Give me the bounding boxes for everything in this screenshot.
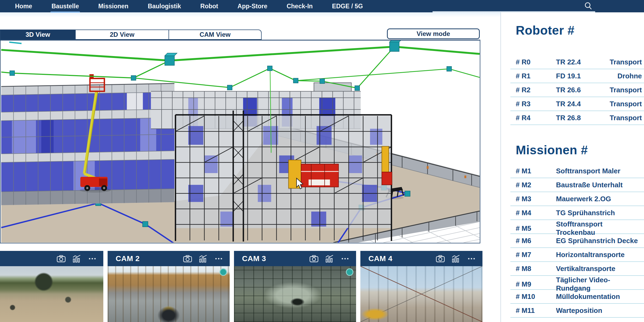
mission-id: # M8 (516, 265, 556, 273)
robot-model: TR 26.6 (556, 86, 610, 94)
view-tab-label: CAM View (200, 31, 231, 38)
nav-item-label: Baulogistik (148, 3, 181, 10)
robot-id: # R4 (516, 114, 556, 122)
missions-list: # M1 Softtransport Maler # M2 Baustraße … (510, 164, 644, 318)
robot-row[interactable]: # R0 TR 22.4 Transport (510, 55, 644, 69)
robot-model: TR 22.4 (556, 58, 610, 66)
nav-item[interactable]: Check-In (287, 3, 313, 10)
more-options-icon[interactable] (88, 255, 97, 263)
robot-row[interactable]: # R4 TR 26.8 Transport (510, 111, 644, 125)
camera-panel: CAM 1 (0, 251, 103, 322)
mission-id: # M6 (516, 237, 556, 245)
nav-item-label: Home (15, 3, 32, 10)
camera-header: CAM 1 (0, 251, 103, 266)
camera-strip: CAM 1 (0, 251, 500, 322)
mission-name: Vertikaltransporte (556, 265, 642, 273)
mission-row[interactable]: # M1 Softtransport Maler (510, 164, 644, 178)
robot-id: # R3 (516, 100, 556, 108)
nav-item[interactable]: Missionen (98, 3, 128, 10)
camera-header: CAM 4 (360, 251, 482, 266)
robot-id: # R1 (516, 72, 556, 80)
nav-item-label: Robot (200, 3, 218, 10)
robot-row[interactable]: # R1 FD 19.1 Drohne (510, 69, 644, 83)
mission-id: # M2 (516, 181, 556, 189)
robot-type: Transport (610, 114, 642, 122)
snapshot-camera-icon[interactable] (183, 255, 192, 263)
nav-item-label: EDGE / 5G (332, 3, 363, 10)
camera-actions (309, 255, 350, 263)
robot-type: Transport (610, 100, 642, 108)
nav-item-label: Check-In (287, 3, 313, 10)
nav-item[interactable]: App-Store (237, 3, 267, 10)
mission-id: # M7 (516, 251, 556, 259)
nav-item-label: Baustelle (52, 3, 79, 10)
mission-row[interactable]: # M2 Baustraße Unterhalt (510, 178, 644, 192)
camera-label: CAM 4 (368, 254, 393, 263)
3d-scene[interactable] (1, 41, 480, 243)
nav-item-label: Missionen (98, 3, 128, 10)
view-tabbar: 3D View 2D View CAM View View mode (0, 30, 480, 41)
more-options-icon[interactable] (341, 255, 350, 263)
mission-name: Baustraße Unterhalt (556, 181, 642, 189)
mission-row[interactable]: # M3 Mauerwerk 2.OG (510, 192, 644, 206)
mission-row[interactable]: # M9 Täglicher Video-Rundgang (510, 276, 644, 290)
mission-row[interactable]: # M4 TG Sprühanstrich (510, 206, 644, 220)
view-tab[interactable]: 3D View (0, 30, 76, 40)
mission-name: TG Sprühanstrich (556, 209, 642, 217)
nav-item[interactable]: EDGE / 5G (332, 3, 363, 10)
stats-chart-icon[interactable] (451, 255, 460, 263)
robot-model: FD 19.1 (556, 72, 617, 80)
mission-row[interactable]: # M5 Stofftransport Trockenbau (510, 220, 644, 234)
mission-row[interactable]: # M8 Vertikaltransporte (510, 262, 644, 276)
mission-name: Horizontaltransporte (556, 251, 642, 259)
nav-menu: Home Baustelle Missionen Baulogistik Rob… (15, 0, 363, 12)
robots-title: Roboter # (516, 23, 644, 38)
camera-feed[interactable] (234, 266, 356, 322)
mission-name: EG Sprühanstrich Decke (556, 237, 642, 245)
robots-table: # R0 TR 22.4 Transport # R1 FD 19.1 Droh… (510, 55, 644, 125)
view-tab[interactable]: 2D View (75, 30, 169, 40)
robot-model: TR 24.4 (556, 100, 610, 108)
3d-viewport[interactable] (0, 41, 480, 243)
more-options-icon[interactable] (467, 255, 476, 263)
camera-panel: CAM 2 (108, 251, 230, 322)
camera-feed[interactable] (108, 266, 230, 322)
camera-panel: CAM 4 (360, 251, 482, 322)
stats-chart-icon[interactable] (325, 255, 334, 263)
stats-chart-icon[interactable] (72, 255, 81, 263)
snapshot-camera-icon[interactable] (436, 255, 445, 263)
mission-name: Warteposition (556, 306, 642, 315)
camera-label: CAM 2 (116, 254, 140, 263)
mission-row[interactable]: # M7 Horizontaltransporte (510, 248, 644, 262)
mission-name: Softtransport Maler (556, 167, 642, 175)
view-tab[interactable]: CAM View (169, 30, 262, 40)
mission-name: Mauerwerk 2.OG (556, 195, 642, 203)
snapshot-camera-icon[interactable] (57, 255, 66, 263)
more-options-icon[interactable] (214, 255, 223, 263)
robot-id: # R2 (516, 86, 556, 94)
search-input[interactable] (433, 2, 595, 12)
robot-type: Transport (610, 58, 642, 66)
nav-item[interactable]: Home (15, 3, 32, 10)
mission-row[interactable]: # M11 Warteposition (510, 304, 644, 318)
robot-row[interactable]: # R3 TR 24.4 Transport (510, 97, 644, 111)
stats-chart-icon[interactable] (199, 255, 208, 263)
mission-id: # M4 (516, 209, 556, 217)
snapshot-camera-icon[interactable] (309, 255, 319, 263)
nav-item-label: App-Store (237, 3, 267, 10)
nav-item[interactable]: Baustelle (52, 3, 79, 10)
nav-item[interactable]: Robot (200, 3, 218, 10)
view-tab-label: 3D View (25, 31, 50, 38)
robot-row[interactable]: # R2 TR 26.6 Transport (510, 83, 644, 97)
camera-panel: CAM 3 (234, 251, 356, 322)
top-nav: Home Baustelle Missionen Baulogistik Rob… (0, 0, 644, 12)
search-icon[interactable] (584, 2, 593, 11)
camera-feed[interactable] (360, 266, 482, 322)
mission-name: Stofftransport Trockenbau (556, 220, 642, 237)
camera-actions (57, 255, 97, 263)
camera-feed[interactable] (0, 266, 103, 322)
view-mode-button[interactable]: View mode (387, 28, 480, 39)
camera-label: CAM 3 (242, 254, 266, 263)
mission-id: # M10 (516, 292, 556, 301)
nav-item[interactable]: Baulogistik (148, 3, 181, 10)
